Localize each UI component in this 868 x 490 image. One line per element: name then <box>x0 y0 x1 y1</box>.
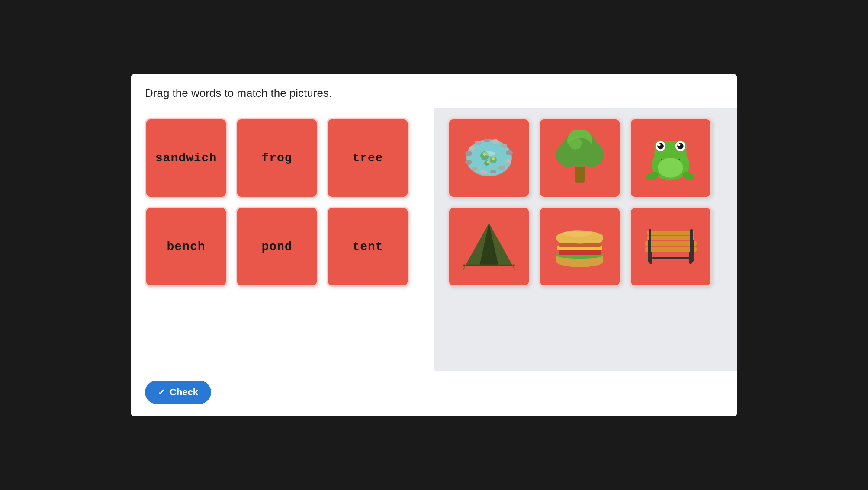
svg-rect-57 <box>645 247 697 252</box>
word-card-pond[interactable]: pond <box>236 207 318 287</box>
pictures-row-1 <box>448 118 723 198</box>
svg-rect-65 <box>689 252 692 264</box>
svg-point-18 <box>483 153 486 156</box>
app-container: Drag the words to match the pictures. sa… <box>131 74 737 416</box>
word-label-sandwich: sandwich <box>155 151 217 165</box>
svg-point-3 <box>475 141 482 145</box>
svg-point-9 <box>498 166 505 170</box>
svg-point-2 <box>469 146 475 151</box>
words-panel: sandwich frog tree bench pond tent <box>131 108 434 371</box>
svg-point-7 <box>506 150 513 155</box>
word-card-tree[interactable]: tree <box>327 118 409 198</box>
svg-rect-63 <box>690 229 693 251</box>
svg-rect-56 <box>645 241 697 246</box>
picture-card-pond <box>448 118 530 198</box>
words-row-2: bench pond tent <box>145 207 420 287</box>
check-icon: ✓ <box>158 387 165 397</box>
word-label-tent: tent <box>352 240 383 253</box>
svg-point-37 <box>678 144 680 146</box>
svg-point-39 <box>658 158 683 178</box>
svg-point-16 <box>484 160 489 166</box>
svg-point-55 <box>563 230 592 237</box>
word-label-bench: bench <box>167 240 205 253</box>
svg-point-20 <box>487 161 489 163</box>
word-card-frog[interactable]: frog <box>236 118 318 198</box>
word-card-tent[interactable]: tent <box>327 207 409 287</box>
instruction-text: Drag the words to match the pictures. <box>131 74 737 108</box>
sandwich-icon <box>552 218 608 275</box>
svg-point-10 <box>490 170 496 173</box>
tree-icon <box>552 130 608 186</box>
check-button-label: Check <box>170 387 198 398</box>
svg-rect-66 <box>652 257 689 259</box>
svg-point-13 <box>465 160 472 165</box>
word-card-bench[interactable]: bench <box>145 207 227 287</box>
svg-point-4 <box>484 139 490 142</box>
svg-rect-64 <box>649 252 652 264</box>
check-button[interactable]: ✓ Check <box>145 381 211 404</box>
bottom-bar: ✓ Check <box>131 371 737 416</box>
svg-point-1 <box>465 151 472 156</box>
words-row-1: sandwich frog tree <box>145 118 420 198</box>
svg-point-12 <box>472 167 478 171</box>
svg-point-5 <box>492 139 499 144</box>
pictures-row-2 <box>448 207 723 287</box>
picture-card-frog <box>630 118 712 198</box>
svg-point-11 <box>480 170 487 174</box>
svg-rect-21 <box>575 167 585 182</box>
svg-point-6 <box>501 144 507 148</box>
word-label-frog: frog <box>261 151 292 165</box>
tent-icon <box>461 218 517 275</box>
svg-rect-58 <box>647 231 694 235</box>
svg-rect-61 <box>649 229 651 251</box>
main-content: sandwich frog tree bench pond tent <box>131 108 737 371</box>
svg-point-27 <box>569 137 582 150</box>
picture-card-sandwich <box>539 207 621 287</box>
picture-card-bench <box>630 207 712 287</box>
pond-icon <box>461 130 517 186</box>
bench-icon <box>643 218 699 275</box>
frog-icon <box>643 130 699 186</box>
svg-point-36 <box>658 144 660 146</box>
picture-card-tree <box>539 118 621 198</box>
svg-point-19 <box>492 157 495 160</box>
pictures-panel <box>434 108 737 371</box>
picture-card-tent <box>448 207 530 287</box>
word-card-sandwich[interactable]: sandwich <box>145 118 227 198</box>
word-label-tree: tree <box>352 151 383 165</box>
svg-rect-59 <box>647 236 694 240</box>
svg-point-8 <box>505 159 511 163</box>
word-label-pond: pond <box>261 240 292 253</box>
